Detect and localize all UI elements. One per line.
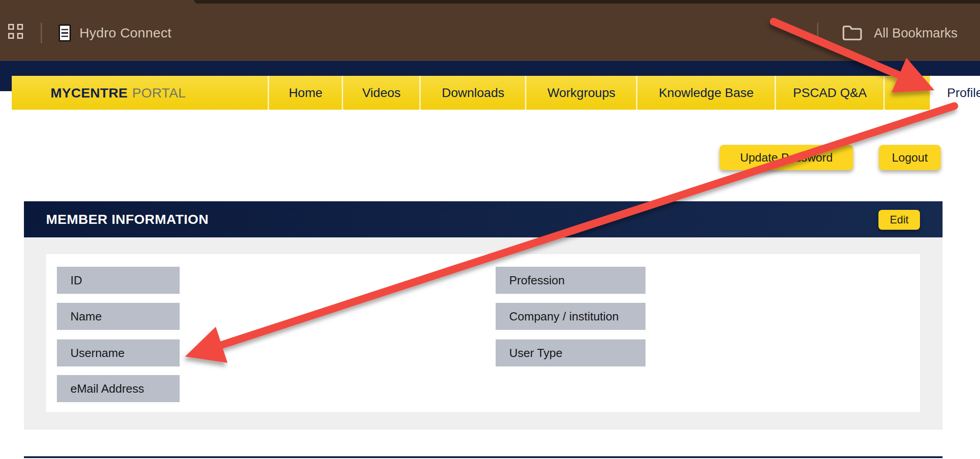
browser-tab-edge [194,0,980,4]
brand-secondary: PORTAL [132,85,186,101]
field-label-company: Company / institution [496,303,646,330]
member-information-fields-panel: ID Name Username eMail Address Professio… [46,254,920,412]
field-label-profession: Profession [496,267,646,294]
member-information-header: MEMBER INFORMATION Edit [24,201,943,237]
nav-divider [419,76,421,110]
nav-tab-knowledge-base[interactable]: Knowledge Base [637,76,776,110]
portal-brand: MYCENTRE PORTAL [12,76,269,110]
nav-tab-pscad-qa[interactable]: PSCAD Q&A [776,76,884,110]
field-label-name: Name [57,303,180,330]
field-label-username: Username [57,339,180,366]
edit-button[interactable]: Edit [878,210,920,230]
member-information-title: MEMBER INFORMATION [46,201,209,237]
field-label-id: ID [57,267,180,294]
next-section-divider [24,456,943,458]
page-favicon-icon [59,24,71,42]
field-label-email: eMail Address [57,375,180,402]
nav-tab-downloads[interactable]: Downloads [420,76,526,110]
bookmark-hydro-connect[interactable]: Hydro Connect [59,22,172,44]
nav-divider [775,76,776,110]
member-information-panel: ID Name Username eMail Address Professio… [24,237,943,430]
logout-button[interactable]: Logout [879,145,941,170]
nav-tab-home[interactable]: Home [269,76,343,110]
apps-grid-icon[interactable] [8,24,23,39]
nav-tab-profile-active[interactable]: Profile [930,76,980,115]
field-label-user-type: User Type [496,339,646,366]
all-bookmarks-button[interactable]: All Bookmarks [841,22,957,44]
nav-divider [268,76,269,110]
update-password-button[interactable]: Update Password [720,145,853,170]
portal-nav-bar: MYCENTRE PORTAL Home Videos Downloads Wo… [12,76,930,110]
brand-primary: MYCENTRE [51,85,128,101]
all-bookmarks-label: All Bookmarks [874,26,957,41]
nav-spacer-segment [884,76,930,110]
nav-tab-workgroups[interactable]: Workgroups [526,76,637,110]
nav-divider [525,76,526,110]
nav-divider [342,76,343,110]
bookmarks-bar-divider-right [817,23,818,43]
nav-divider [636,76,637,110]
folder-icon [841,24,863,42]
nav-tab-videos[interactable]: Videos [343,76,420,110]
bookmark-label: Hydro Connect [79,25,172,41]
bookmarks-bar-divider [41,23,42,43]
browser-bookmarks-bar: Hydro Connect All Bookmarks [0,0,980,61]
nav-tab-profile-label: Profile [947,76,980,110]
nav-divider [883,76,885,110]
